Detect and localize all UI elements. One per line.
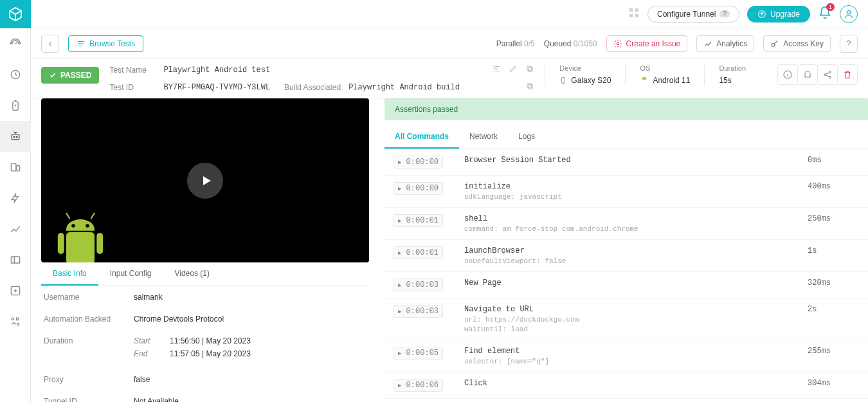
- command-time: ▶ 0:00:00: [393, 182, 464, 195]
- command-time: ▶ 0:00:06: [393, 379, 464, 392]
- apps-grid-icon[interactable]: [628, 7, 640, 21]
- command-duration: 0ms: [808, 156, 859, 165]
- device-value: Galaxy S20: [559, 76, 611, 85]
- sidebar-performance-icon[interactable]: [0, 183, 31, 214]
- filter-icon[interactable]: [492, 64, 501, 75]
- user-avatar[interactable]: [840, 5, 858, 23]
- tab-logs[interactable]: Logs: [508, 125, 545, 149]
- basic-info-panel: Username salmank Automation Backed Chrom…: [41, 286, 369, 402]
- logo[interactable]: [0, 0, 31, 28]
- sidebar-history-icon[interactable]: [0, 59, 31, 90]
- sidebar-layout-icon[interactable]: [0, 244, 31, 275]
- command-time: ▶ 0:00:03: [393, 279, 464, 291]
- svg-point-11: [17, 324, 19, 325]
- duration-label: Duration: [719, 64, 746, 72]
- sidebar-devices-icon[interactable]: [0, 152, 31, 183]
- tab-input-config[interactable]: Input Config: [98, 262, 163, 286]
- queued-info: Queued 0/1050: [544, 39, 597, 48]
- command-row[interactable]: ▶ 0:00:05 Find element selector: [name="…: [384, 340, 868, 372]
- svg-point-29: [824, 74, 826, 76]
- svg-rect-23: [527, 84, 531, 87]
- command-row[interactable]: ▶ 0:00:00 Browser Session Started 0ms: [384, 149, 868, 176]
- copy-id-icon[interactable]: [525, 82, 534, 93]
- play-button[interactable]: [187, 163, 223, 199]
- sidebar-robot-icon[interactable]: [0, 121, 31, 152]
- svg-point-9: [12, 318, 14, 320]
- command-title: Browser Session Started: [464, 156, 808, 165]
- svg-rect-13: [635, 8, 638, 12]
- svg-rect-36: [66, 232, 95, 262]
- command-row[interactable]: ▶ 0:00:06 Click 304ms: [384, 372, 868, 399]
- svg-point-17: [847, 10, 850, 14]
- delete-action-icon[interactable]: [837, 64, 858, 85]
- command-duration: 304ms: [808, 379, 859, 388]
- notifications-button[interactable]: 1: [818, 6, 832, 22]
- sidebar-analytics-icon[interactable]: [0, 214, 31, 244]
- svg-rect-38: [96, 233, 103, 254]
- os-label: OS: [640, 64, 690, 72]
- command-row[interactable]: ▶ 0:00:01 launchBrowser noDefaultViewpor…: [384, 240, 868, 272]
- svg-rect-22: [529, 85, 532, 89]
- command-title: Navigate to URL: [464, 305, 808, 314]
- test-name-label: Test Name: [109, 66, 156, 75]
- command-time: ▶ 0:00:00: [393, 156, 464, 169]
- create-issue-button[interactable]: Create an Issue: [606, 35, 688, 52]
- test-meta-bar: PASSED Test Name Playwright Android test…: [31, 59, 868, 98]
- command-duration: 400ms: [808, 182, 859, 191]
- build-assoc-value: Playwright Android build: [348, 83, 460, 92]
- device-label: Device: [559, 64, 611, 72]
- copy-name-icon[interactable]: [525, 64, 534, 75]
- edit-icon[interactable]: [509, 64, 518, 75]
- command-duration: 255ms: [808, 347, 859, 356]
- tab-basic-info[interactable]: Basic Info: [41, 262, 98, 286]
- sidebar-add-icon[interactable]: [0, 275, 31, 306]
- command-duration: 320ms: [808, 279, 859, 288]
- command-row[interactable]: ▶ 0:00:03 New Page 320ms: [384, 272, 868, 298]
- command-list[interactable]: ▶ 0:00:00 Browser Session Started 0ms ▶ …: [384, 149, 868, 402]
- svg-rect-7: [11, 257, 19, 263]
- command-row[interactable]: ▶ 0:00:00 initialize sdkLanguage: javasc…: [384, 176, 868, 208]
- command-duration: 1s: [808, 246, 859, 255]
- svg-point-30: [829, 71, 831, 73]
- back-button[interactable]: [41, 35, 59, 53]
- command-title: initialize: [464, 182, 808, 191]
- info-action-icon[interactable]: [777, 64, 798, 85]
- tab-all-commands[interactable]: All Commands: [384, 125, 459, 149]
- configure-tunnel-button[interactable]: Configure Tunnel ?: [647, 6, 739, 23]
- svg-point-31: [829, 77, 831, 78]
- android-mascot-icon: [45, 205, 116, 262]
- svg-point-33: [86, 224, 89, 228]
- svg-point-26: [643, 78, 644, 79]
- access-key-label: Access Key: [783, 39, 824, 48]
- command-row[interactable]: ▶ 0:00:06 Type text text: Playwright 621…: [384, 399, 868, 402]
- analytics-button[interactable]: Analytics: [696, 35, 754, 52]
- info-row-username: Username salmank: [41, 286, 364, 308]
- test-id-label: Test ID: [109, 83, 156, 92]
- browse-tests-button[interactable]: Browse Tests: [68, 35, 143, 52]
- svg-rect-2: [12, 134, 19, 140]
- topbar: Configure Tunnel ? Upgrade 1: [31, 0, 868, 28]
- command-row[interactable]: ▶ 0:00:03 Navigate to URL url: https://d…: [384, 298, 868, 340]
- share-action-icon[interactable]: [817, 64, 838, 85]
- tab-videos[interactable]: Videos (1): [163, 262, 221, 286]
- configure-help-badge: ?: [719, 10, 730, 17]
- browse-tests-label: Browse Tests: [89, 39, 135, 48]
- help-button[interactable]: ?: [840, 35, 858, 53]
- sidebar: [0, 0, 31, 402]
- svg-point-18: [617, 42, 619, 45]
- sidebar-dashboard-icon[interactable]: [0, 28, 31, 59]
- svg-point-3: [14, 136, 15, 138]
- svg-line-34: [66, 213, 70, 219]
- command-row[interactable]: ▶ 0:00:01 shell command: am force-stop c…: [384, 208, 868, 240]
- screenshot-action-icon[interactable]: [797, 64, 818, 85]
- tab-network[interactable]: Network: [459, 125, 508, 149]
- access-key-button[interactable]: Access Key: [763, 35, 831, 52]
- sidebar-integrations-icon[interactable]: [0, 306, 31, 337]
- svg-rect-37: [58, 233, 64, 254]
- command-title: Click: [464, 379, 808, 388]
- sidebar-battery-icon[interactable]: [0, 90, 31, 121]
- upgrade-button[interactable]: Upgrade: [747, 6, 810, 23]
- svg-point-19: [772, 43, 775, 46]
- build-assoc-label: Build Associated: [284, 83, 341, 92]
- info-row-duration: Duration Start11:56:50 | May 20 2023 End…: [41, 330, 364, 369]
